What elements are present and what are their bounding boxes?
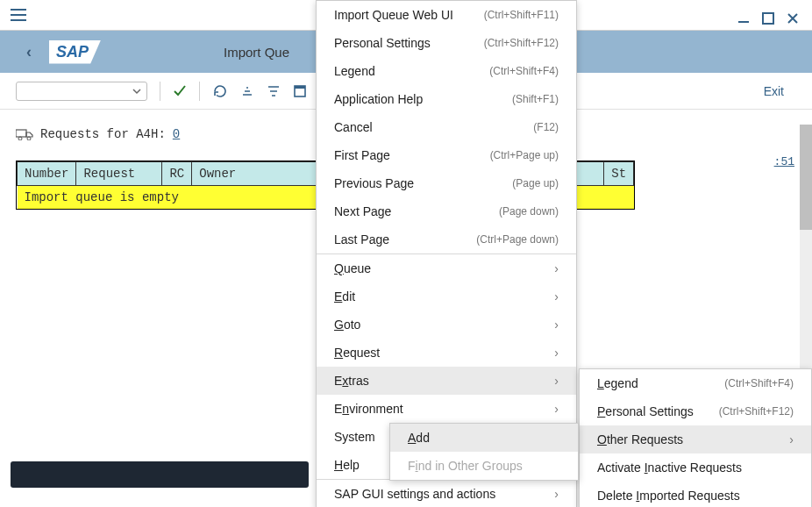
extras-submenu: Legend(Ctrl+Shift+F4) Personal Settings(… xyxy=(579,368,812,507)
col-st[interactable]: St xyxy=(604,162,634,186)
close-icon[interactable] xyxy=(786,11,800,25)
menu-personal-settings[interactable]: Personal Settings(Ctrl+Shift+F12) xyxy=(317,29,576,57)
menu-first-page[interactable]: First Page(Ctrl+Page up) xyxy=(317,141,576,169)
transaction-code-combo[interactable] xyxy=(16,82,147,101)
sort-asc-icon[interactable] xyxy=(240,84,254,98)
menu-queue[interactable]: Queue› xyxy=(317,254,576,282)
extras-delete-imported[interactable]: Delete Imported Requests xyxy=(580,482,811,507)
refresh-icon[interactable] xyxy=(212,83,228,99)
chevron-right-icon: › xyxy=(554,261,559,275)
menu-sap-gui-settings[interactable]: SAP GUI settings and actions› xyxy=(317,480,576,507)
timestamp[interactable]: :51 xyxy=(774,155,794,168)
other-requests-add[interactable]: Add xyxy=(390,424,578,452)
filter-icon[interactable] xyxy=(267,84,281,98)
other-requests-find: Find in Other Groups xyxy=(390,452,578,480)
extras-activate-inactive[interactable]: Activate Inactive Requests xyxy=(580,453,811,482)
menu-edit[interactable]: Edit› xyxy=(317,282,576,311)
menu-extras[interactable]: Extras› xyxy=(317,367,576,395)
back-button[interactable]: ‹ xyxy=(9,43,49,61)
chevron-right-icon: › xyxy=(554,487,559,501)
menu-cancel[interactable]: Cancel(F12) xyxy=(317,113,576,141)
chevron-right-icon: › xyxy=(554,289,559,303)
accept-icon[interactable] xyxy=(173,84,187,98)
menu-next-page[interactable]: Next Page(Page down) xyxy=(317,197,576,225)
status-bar xyxy=(11,461,309,488)
requests-count[interactable]: 0 xyxy=(173,127,180,141)
svg-point-5 xyxy=(18,137,22,140)
menu-environment[interactable]: Environment› xyxy=(317,395,576,423)
chevron-right-icon: › xyxy=(554,346,559,360)
menu-import-queue-web-ui[interactable]: Import Queue Web UI(Ctrl+Shift+F11) xyxy=(317,1,576,29)
menu-application-help[interactable]: Application Help(Shift+F1) xyxy=(317,85,576,113)
separator xyxy=(160,82,160,101)
page-title: Import Que xyxy=(224,45,289,60)
menu-legend[interactable]: Legend(Ctrl+Shift+F4) xyxy=(317,57,576,85)
menu-request[interactable]: Request› xyxy=(317,339,576,367)
svg-rect-1 xyxy=(763,13,773,24)
chevron-right-icon: › xyxy=(789,432,794,446)
maximize-icon[interactable] xyxy=(761,11,775,25)
svg-point-6 xyxy=(27,137,31,140)
exit-button[interactable]: Exit xyxy=(764,84,796,98)
menu-previous-page[interactable]: Previous Page(Page up) xyxy=(317,169,576,197)
menu-goto[interactable]: Goto› xyxy=(317,311,576,339)
separator xyxy=(199,82,200,101)
svg-rect-4 xyxy=(16,130,26,137)
chevron-right-icon: › xyxy=(554,318,559,332)
svg-rect-3 xyxy=(295,86,305,89)
col-request[interactable]: Request xyxy=(76,162,162,186)
scroll-thumb[interactable] xyxy=(800,125,812,230)
svg-rect-0 xyxy=(738,21,749,23)
extras-legend[interactable]: Legend(Ctrl+Shift+F4) xyxy=(580,369,811,397)
chevron-right-icon: › xyxy=(554,402,559,416)
extras-other-requests[interactable]: Other Requests› xyxy=(580,425,811,453)
minimize-icon[interactable] xyxy=(737,11,751,25)
col-number[interactable]: Number xyxy=(18,162,76,186)
sap-logo: SAP xyxy=(49,40,101,64)
requests-label: Requests for A4H: xyxy=(40,127,166,141)
col-rc[interactable]: RC xyxy=(162,162,192,186)
hamburger-menu-icon[interactable] xyxy=(11,9,26,21)
extras-personal-settings[interactable]: Personal Settings(Ctrl+Shift+F12) xyxy=(580,397,811,425)
other-requests-submenu: Add Find in Other Groups xyxy=(389,423,579,481)
truck-icon xyxy=(16,128,33,140)
menu-last-page[interactable]: Last Page(Ctrl+Page down) xyxy=(317,225,576,254)
chevron-right-icon: › xyxy=(554,374,559,388)
